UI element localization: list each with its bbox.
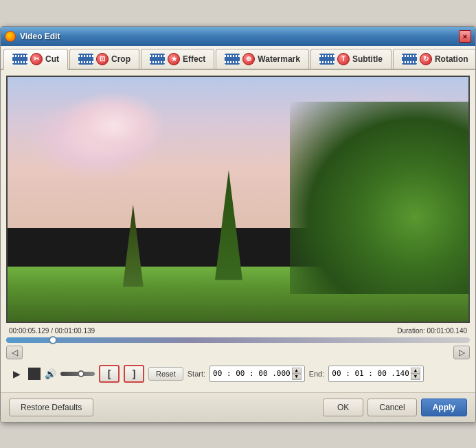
apply-button[interactable]: Apply	[421, 399, 467, 416]
app-icon	[5, 31, 16, 42]
nav-arrow-left[interactable]: ◁	[6, 346, 23, 359]
watermark-tab-icon	[225, 54, 240, 65]
effect-tab-icon	[150, 54, 165, 65]
start-time-input[interactable]: 00 : 00 : 00 .000 ▲ ▼	[209, 366, 305, 382]
current-time: 00:00:05.129 / 00:01:00.139	[9, 327, 95, 335]
restore-defaults-button[interactable]: Restore Defaults	[9, 399, 93, 416]
volume-thumb[interactable]	[78, 370, 84, 377]
start-label: Start:	[188, 370, 205, 378]
duration-display: Duration: 00:01:00.140	[397, 327, 467, 335]
subtitle-icon: T	[337, 53, 350, 65]
volume-slider[interactable]	[60, 372, 95, 376]
titlebar-left: Video Edit	[5, 31, 60, 42]
cut-tab-icon	[12, 54, 27, 65]
tab-subtitle-label: Subtitle	[352, 54, 383, 64]
timeline-area: 00:00:05.129 / 00:01:00.139 Duration: 00…	[6, 326, 470, 361]
end-spin-down[interactable]: ▼	[411, 374, 420, 380]
timeline-thumb[interactable]	[49, 336, 57, 344]
reset-button[interactable]: Reset	[148, 367, 183, 381]
tab-watermark[interactable]: ⊕ Watermark	[216, 49, 309, 69]
tab-effect[interactable]: ★ Effect	[141, 49, 214, 69]
bracket-close-button[interactable]: ]	[124, 365, 144, 383]
timeline-slider[interactable]	[6, 337, 470, 343]
tab-effect-label: Effect	[183, 54, 205, 64]
tab-bar: ✂ Cut ⊡ Crop ★ Effect ⊕ Watermark T Subt…	[1, 46, 475, 70]
end-label: End:	[309, 370, 325, 378]
window-title: Video Edit	[20, 32, 60, 41]
start-spin-down[interactable]: ▼	[292, 374, 302, 380]
video-preview-area[interactable]	[6, 76, 470, 323]
close-button[interactable]: ×	[459, 30, 471, 43]
trees-right	[290, 102, 468, 294]
effect-icon: ★	[168, 53, 180, 65]
tab-subtitle[interactable]: T Subtitle	[310, 49, 392, 69]
ok-button[interactable]: OK	[323, 399, 363, 416]
crop-icon: ⊡	[96, 53, 109, 65]
stop-button[interactable]	[28, 368, 41, 380]
footer-right: OK Cancel Apply	[323, 399, 467, 416]
rotation-tab-icon	[402, 54, 417, 65]
video-edit-window: Video Edit × ✂ Cut ⊡ Crop ★ Effect ⊕ Wat…	[0, 26, 476, 423]
watermark-icon: ⊕	[242, 53, 255, 65]
tab-crop[interactable]: ⊡ Crop	[69, 49, 139, 69]
crop-tab-icon	[78, 54, 93, 65]
time-display: 00:00:05.129 / 00:01:00.139 Duration: 00…	[6, 326, 470, 336]
rotation-icon: ↻	[420, 53, 432, 65]
subtitle-tab-icon	[319, 54, 335, 65]
tab-rotation-label: Rotation	[435, 54, 468, 64]
end-time-spinner: ▲ ▼	[411, 368, 420, 380]
controls-row: ▶ 🔊 [ ] Reset Start: 00 : 00 : 00 .000 ▲…	[6, 361, 470, 387]
footer: Restore Defaults OK Cancel Apply	[1, 392, 475, 422]
cut-icon: ✂	[30, 53, 43, 65]
tab-watermark-label: Watermark	[258, 54, 300, 64]
titlebar: Video Edit ×	[1, 27, 475, 46]
tab-cut[interactable]: ✂ Cut	[3, 49, 68, 70]
main-content: 00:00:05.129 / 00:01:00.139 Duration: 00…	[1, 70, 475, 392]
nav-arrows: ◁ ▷	[6, 344, 470, 361]
start-time-spinner: ▲ ▼	[292, 368, 302, 380]
nav-arrow-right[interactable]: ▷	[453, 346, 470, 359]
tab-cut-label: Cut	[45, 54, 59, 64]
bracket-open-button[interactable]: [	[99, 365, 120, 383]
play-button[interactable]: ▶	[9, 366, 24, 381]
end-spin-up[interactable]: ▲	[411, 368, 420, 374]
tab-rotation[interactable]: ↻ Rotation	[393, 49, 476, 69]
cancel-button[interactable]: Cancel	[367, 399, 416, 416]
volume-icon: 🔊	[45, 368, 56, 379]
tab-crop-label: Crop	[111, 54, 131, 64]
end-time-input[interactable]: 00 : 01 : 00 .140 ▲ ▼	[328, 366, 424, 382]
cloud-2	[63, 91, 166, 159]
start-spin-up[interactable]: ▲	[292, 368, 302, 374]
